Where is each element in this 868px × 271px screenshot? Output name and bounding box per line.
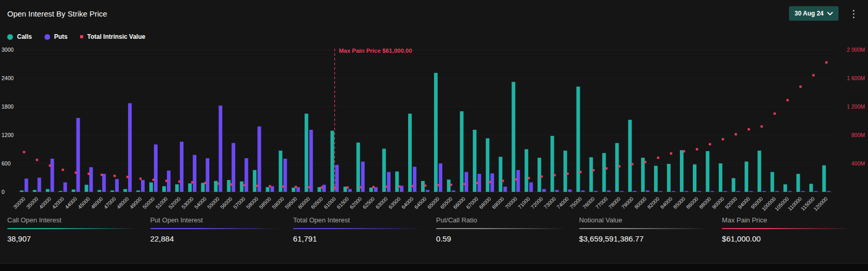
x-axis-strike-label: 77000	[595, 195, 609, 210]
put-bar	[620, 191, 624, 192]
legend-item-puts[interactable]: Puts	[44, 33, 68, 40]
call-bar	[628, 120, 632, 192]
put-bar	[568, 189, 572, 192]
intrinsic-value-point	[450, 184, 452, 186]
intrinsic-value-point	[799, 85, 801, 87]
put-bar	[387, 172, 391, 192]
chart-area[interactable]: 06001200180024003000400M800M1 200M1 600M…	[0, 44, 868, 217]
x-axis-strike-label: 66000	[452, 195, 467, 210]
stat-value: 61,791	[293, 229, 423, 243]
intrinsic-value-point	[683, 150, 685, 152]
call-bar	[175, 184, 179, 192]
intrinsic-value-point	[657, 157, 659, 159]
x-axis-strike-label: 65000	[426, 195, 441, 210]
put-bar	[633, 191, 637, 192]
call-bar	[719, 163, 722, 192]
put-bar	[219, 106, 222, 192]
call-bar	[331, 131, 334, 192]
left-axis-tick-label: 2400	[2, 75, 14, 81]
put-bar	[51, 159, 54, 192]
call-bar	[706, 151, 709, 192]
intrinsic-value-point	[269, 185, 271, 187]
chevron-down-icon	[827, 12, 833, 16]
intrinsic-value-point	[347, 186, 349, 188]
call-bar	[72, 189, 75, 192]
intrinsic-value-point	[295, 186, 297, 188]
call-bar	[809, 184, 813, 192]
intrinsic-value-point	[540, 175, 542, 177]
intrinsic-value-point	[502, 179, 504, 182]
x-axis-strike-label: 88000	[698, 195, 712, 210]
call-bar	[680, 150, 684, 192]
date-selector-button[interactable]: 30 Aug 24	[789, 6, 839, 21]
summary-stats-row: Call Open Interest38,907Put Open Interes…	[7, 216, 865, 243]
intrinsic-value-point	[307, 186, 309, 188]
put-bar	[141, 180, 145, 192]
header-controls: 30 Aug 24 ⋮	[789, 6, 861, 21]
legend-swatch-icon	[7, 34, 13, 40]
legend-label: Puts	[54, 33, 68, 40]
left-axis-tick-label: 1800	[2, 103, 14, 110]
put-bar	[180, 142, 183, 192]
put-bar	[710, 191, 714, 192]
call-bar	[85, 185, 88, 192]
put-bar	[736, 191, 740, 192]
put-bar	[206, 158, 209, 192]
legend-swatch-icon	[44, 34, 50, 40]
call-bar	[615, 143, 619, 192]
intrinsic-value-point	[191, 181, 193, 183]
put-bar	[257, 127, 261, 192]
legend-item-total-intrinsic-value[interactable]: Total Intrinsic Value	[80, 33, 145, 40]
kebab-menu-icon[interactable]: ⋮	[847, 8, 861, 20]
intrinsic-value-point	[761, 125, 763, 127]
x-axis-strike-label: 35000	[25, 195, 40, 210]
put-bar	[723, 191, 727, 192]
intrinsic-value-point	[476, 182, 478, 184]
call-bar	[98, 190, 101, 192]
call-bar	[227, 180, 230, 192]
panel-header: Open Interest By Strike Price 30 Aug 24 …	[0, 0, 868, 27]
put-bar	[64, 183, 67, 192]
call-bar	[111, 190, 114, 192]
stat-value: $61,000.00	[722, 229, 851, 243]
x-axis-strike-label: 57000	[232, 195, 246, 210]
put-bar	[128, 103, 132, 192]
put-bar	[309, 130, 313, 192]
x-axis-strike-label: 58000	[245, 195, 259, 210]
intrinsic-value-point	[243, 184, 245, 186]
put-bar	[659, 191, 662, 192]
x-axis-strike-label: 73000	[542, 195, 557, 210]
put-bar	[413, 167, 416, 192]
call-bar	[123, 189, 127, 192]
x-axis-strike-label: 78000	[608, 195, 622, 210]
call-bar	[577, 87, 580, 192]
legend-item-calls[interactable]: Calls	[7, 33, 32, 40]
put-bar	[154, 144, 158, 192]
call-bar	[395, 172, 399, 192]
left-axis-tick-label: 0	[2, 189, 5, 195]
put-bar	[25, 178, 28, 192]
x-axis-strike-label: 71000	[517, 195, 531, 210]
max-pain-annotation: Max Pain Price $61,000.00	[339, 48, 412, 54]
put-bar	[749, 191, 753, 192]
intrinsic-value-point	[101, 174, 103, 176]
x-axis-strike-label: 67000	[465, 195, 479, 210]
stat-label: Call Open Interest	[7, 216, 137, 228]
intrinsic-value-point	[786, 99, 788, 101]
x-axis-strike-label: 56000	[219, 195, 234, 210]
x-axis-strike-label: 46000	[90, 195, 104, 210]
x-axis-strike-label: 48000	[116, 195, 130, 210]
intrinsic-value-point	[61, 169, 64, 171]
intrinsic-value-point	[127, 176, 129, 178]
legend-label: Total Intrinsic Value	[87, 33, 145, 40]
oi-strike-chart[interactable]: 06001200180024003000400M800M1 200M1 600M…	[0, 44, 868, 217]
stat-value: 38,907	[7, 229, 137, 243]
intrinsic-value-point	[411, 185, 413, 187]
x-axis-strike-label: 105000	[773, 195, 790, 212]
right-axis-tick-label: 1 200M	[847, 103, 865, 110]
x-axis-strike-label: 51000	[154, 195, 169, 210]
page-title: Open Interest By Strike Price	[7, 9, 107, 18]
intrinsic-value-point	[75, 172, 77, 174]
call-bar	[524, 149, 528, 192]
intrinsic-value-point	[631, 163, 633, 165]
